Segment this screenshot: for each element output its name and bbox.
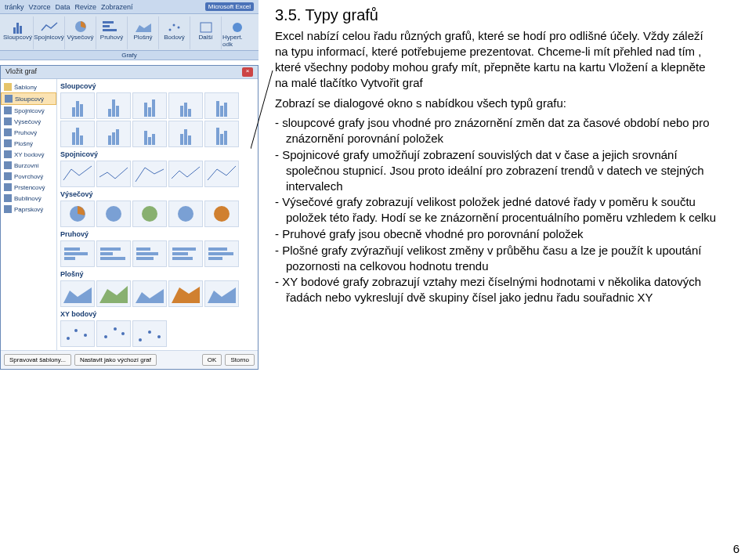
chart-thumb[interactable] [168, 121, 203, 147]
chart-type-label: Pruhový [100, 34, 123, 41]
sidebar-item-scatter[interactable]: XY bodový [1, 149, 56, 160]
svg-point-3 [172, 24, 175, 27]
chart-thumb[interactable] [96, 280, 131, 307]
hyperlink-icon [228, 18, 247, 34]
svg-rect-5 [201, 23, 212, 32]
chart-thumb[interactable] [168, 240, 203, 267]
scatter-chart-icon [4, 150, 12, 158]
sidebar-item-doughnut[interactable]: Prstencový [1, 182, 56, 193]
doughnut-chart-icon [4, 183, 12, 191]
chart-thumb[interactable] [96, 240, 131, 267]
text-column: 3.5. Typy grafů Excel nabízí celou řadu … [270, 0, 736, 311]
sidebar-item-surface[interactable]: Povrchový [1, 171, 56, 182]
sidebar-templates[interactable]: Šablony [1, 81, 56, 92]
chart-type-label: Hypert. odk [222, 34, 252, 48]
sidebar-item-stock[interactable]: Burzovní [1, 160, 56, 171]
svg-point-17 [67, 337, 70, 340]
chart-thumb[interactable] [204, 161, 239, 187]
column-chart-icon [5, 95, 13, 103]
chart-thumb[interactable] [204, 121, 239, 147]
svg-marker-15 [172, 287, 200, 303]
ribbon-chart-group: Sloupcový Spojnicový Výsečový Pruhový Pl… [0, 14, 258, 51]
chart-type-area[interactable]: Plošný [128, 16, 159, 49]
chart-thumb[interactable] [204, 92, 239, 119]
ok-button[interactable]: OK [202, 354, 222, 366]
sidebar-item-label: Paprskový [14, 206, 43, 213]
chart-type-label: Sloupcový [3, 34, 32, 41]
chart-thumb[interactable] [60, 161, 95, 187]
sidebar-item-column[interactable]: Sloupcový [1, 92, 56, 105]
chart-type-description: - Výsečové grafy zobrazují velikost polo… [286, 194, 717, 226]
chart-thumb[interactable] [132, 240, 167, 267]
ribbon-tab[interactable]: Revize [75, 3, 97, 11]
chart-thumb[interactable] [96, 201, 131, 227]
ribbon-tab[interactable]: Data [56, 3, 70, 11]
sidebar-item-label: Šablony [14, 84, 37, 91]
sidebar-item-bubble[interactable]: Bublinový [1, 193, 56, 204]
set-default-button[interactable]: Nastavit jako výchozí graf [74, 354, 157, 366]
section-title: Výsečový [59, 189, 256, 199]
chart-thumb[interactable] [132, 320, 167, 347]
chart-type-other[interactable]: Další [190, 16, 222, 49]
chart-thumb[interactable] [132, 121, 167, 147]
chart-type-column[interactable]: Sloupcový [2, 16, 34, 49]
svg-point-6 [233, 23, 242, 32]
sidebar-item-label: Prstencový [14, 184, 45, 191]
sidebar-item-label: Bublinový [14, 195, 42, 202]
sidebar-item-label: Plošný [14, 140, 33, 147]
chart-thumb[interactable] [60, 320, 95, 347]
chart-type-description: - Pruhové grafy jsou obecně vhodné pro p… [286, 226, 717, 242]
svg-point-24 [148, 331, 151, 334]
chart-thumb[interactable] [204, 280, 239, 307]
chart-type-line[interactable]: Spojnicový [34, 16, 65, 49]
chart-type-pie[interactable]: Výsečový [65, 16, 96, 49]
chart-thumb[interactable] [168, 201, 203, 227]
chart-type-bar[interactable]: Pruhový [96, 16, 128, 49]
chart-type-description: - Plošné grafy zvýrazňují velikost změny… [286, 243, 717, 274]
dialog-titlebar: Vložit graf × [1, 66, 258, 79]
chart-thumb[interactable] [168, 161, 203, 187]
chart-thumb[interactable] [132, 92, 167, 119]
area-chart-icon [134, 18, 153, 34]
sidebar-item-bar[interactable]: Pruhový [1, 127, 56, 138]
hyperlink-button[interactable]: Hypert. odk [222, 16, 253, 49]
bar-chart-icon [103, 18, 121, 34]
sidebar-item-line[interactable]: Spojnicový [1, 105, 56, 116]
chart-thumb[interactable] [132, 161, 167, 187]
folder-icon [4, 83, 12, 91]
ribbon-tab[interactable]: Vzorce [29, 3, 51, 11]
chart-thumb[interactable] [168, 92, 203, 119]
chart-thumb[interactable] [60, 92, 95, 119]
chart-thumb[interactable] [204, 201, 239, 227]
chart-thumb[interactable] [168, 280, 203, 307]
ribbon-tab[interactable]: Zobrazení [101, 3, 133, 11]
close-icon[interactable]: × [242, 67, 253, 77]
column-chart-icon [9, 18, 27, 34]
chart-thumb[interactable] [60, 240, 95, 267]
chart-thumb[interactable] [60, 121, 95, 147]
chart-thumb[interactable] [132, 280, 167, 307]
svg-point-8 [106, 206, 121, 222]
sidebar-item-pie[interactable]: Výsečový [1, 116, 56, 127]
chart-thumb[interactable] [96, 121, 131, 147]
svg-point-20 [104, 335, 107, 338]
dialog-sidebar: Šablony Sloupcový Spojnicový Výsečový Pr… [1, 79, 57, 350]
chart-thumb[interactable] [96, 92, 131, 119]
ribbon-tab[interactable]: tránky [5, 3, 24, 11]
chart-thumb[interactable] [60, 201, 95, 227]
chart-thumb[interactable] [60, 280, 95, 307]
manage-templates-button[interactable]: Spravovat šablony... [4, 354, 71, 366]
sidebar-item-area[interactable]: Plošný [1, 138, 56, 149]
sidebar-item-radar[interactable]: Paprskový [1, 204, 56, 215]
thumb-row-column [59, 91, 256, 149]
intro-paragraph: Excel nabízí celou řadu různých grafů, k… [275, 28, 717, 90]
chart-thumb[interactable] [204, 240, 239, 267]
chart-thumb[interactable] [96, 320, 131, 347]
cancel-button[interactable]: Storno [225, 354, 255, 366]
svg-point-9 [142, 206, 157, 222]
thumb-row-scatter [59, 319, 256, 349]
chart-thumb[interactable] [96, 161, 131, 187]
svg-point-22 [121, 332, 125, 335]
chart-type-scatter[interactable]: Bodový [159, 16, 190, 49]
chart-thumb[interactable] [132, 201, 167, 227]
